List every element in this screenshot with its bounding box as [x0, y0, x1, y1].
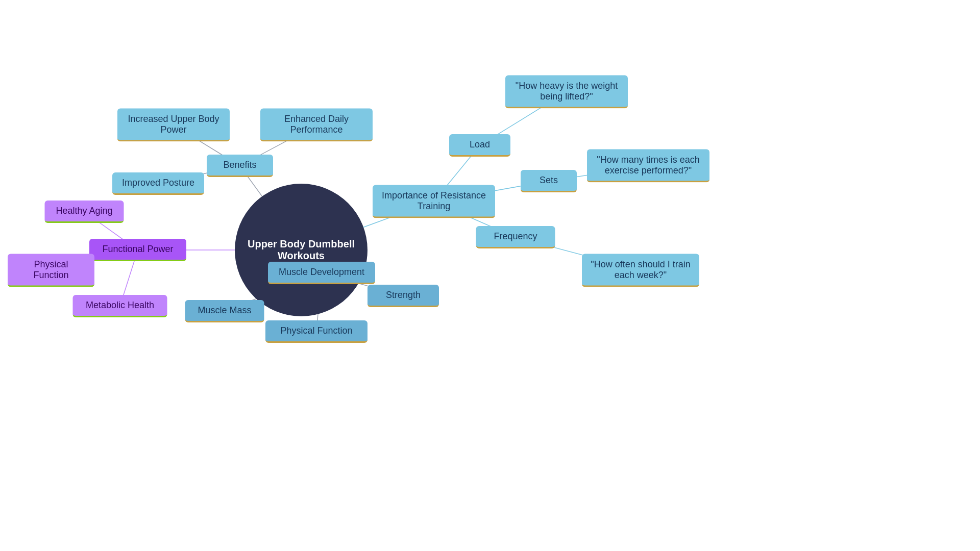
- how-heavy-node[interactable]: "How heavy is the weight being lifted?": [505, 76, 628, 109]
- load-node[interactable]: Load: [449, 134, 510, 157]
- healthy-aging-node[interactable]: Healthy Aging: [45, 201, 124, 223]
- physical-function-left-node[interactable]: Physical Function: [8, 254, 94, 287]
- benefits-node[interactable]: Benefits: [207, 155, 273, 177]
- functional-power-node[interactable]: Functional Power: [89, 239, 186, 261]
- muscle-mass-node[interactable]: Muscle Mass: [185, 300, 264, 322]
- metabolic-health-node[interactable]: Metabolic Health: [73, 295, 167, 317]
- enhanced-daily-performance-node[interactable]: Enhanced Daily Performance: [260, 109, 373, 142]
- physical-function-bottom-node[interactable]: Physical Function: [265, 320, 368, 343]
- how-often-node[interactable]: "How often should I train each week?": [582, 254, 699, 287]
- muscle-development-node[interactable]: Muscle Development: [268, 262, 375, 284]
- how-many-times-node[interactable]: "How many times is each exercise perform…: [587, 149, 709, 183]
- frequency-node[interactable]: Frequency: [476, 226, 555, 248]
- improved-posture-node[interactable]: Improved Posture: [112, 172, 204, 195]
- importance-resistance-training-node[interactable]: Importance of Resistance Training: [373, 185, 495, 218]
- increased-upper-body-power-node[interactable]: Increased Upper Body Power: [117, 109, 230, 142]
- sets-node[interactable]: Sets: [521, 170, 577, 192]
- strength-node[interactable]: Strength: [368, 285, 439, 307]
- center-node[interactable]: Upper Body Dumbbell Workouts: [235, 184, 368, 316]
